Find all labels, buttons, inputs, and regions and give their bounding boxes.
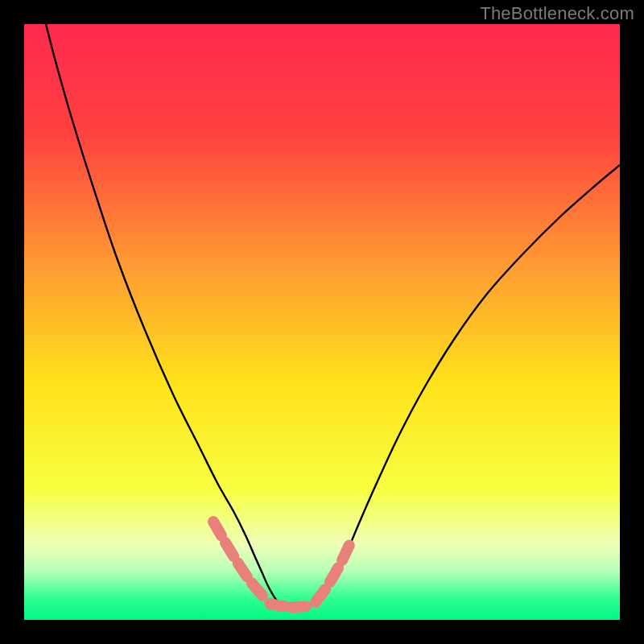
curve-layer	[24, 24, 620, 620]
series-bottleneck-curve	[46, 24, 620, 606]
series-highlight-bottom	[270, 604, 308, 607]
series-highlight-right	[316, 538, 353, 602]
plot-area	[24, 24, 620, 620]
watermark-text: TheBottleneck.com	[480, 3, 634, 24]
